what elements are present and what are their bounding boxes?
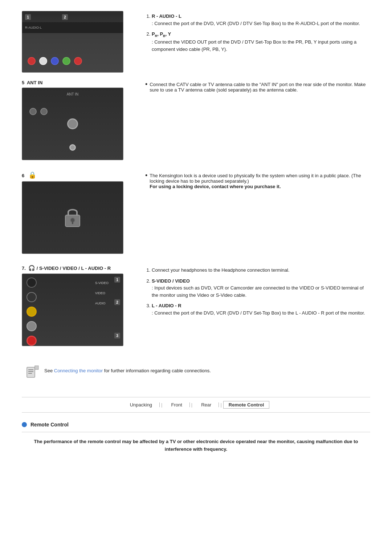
svideo-text: : Input devices such as DVD, VCR or Camc… bbox=[152, 285, 364, 298]
note-section: See Connecting the monitor for further i… bbox=[22, 364, 370, 379]
section-7-number: 7. 🎧 / S-VIDEO / VIDEO / L - AUDIO - R bbox=[22, 265, 134, 271]
kensington-bullet: • The Kensington lock is a device used t… bbox=[145, 173, 370, 189]
svideo-heading: S-VIDEO / VIDEO bbox=[152, 278, 190, 284]
svg-rect-2 bbox=[72, 222, 73, 224]
section-7-right: Connect your headphones to the Headphone… bbox=[145, 265, 370, 320]
section-7-list: Connect your headphones to the Headphone… bbox=[145, 267, 370, 316]
svg-rect-4 bbox=[28, 369, 33, 370]
svideo-connectors-left bbox=[26, 278, 37, 346]
small-connector-1 bbox=[29, 108, 37, 115]
connector-row bbox=[28, 57, 82, 65]
nav-unpacking[interactable]: Unpacking bbox=[123, 402, 160, 407]
headphone-conn bbox=[26, 278, 37, 288]
top-list: R - AUDIO - L : Connect the port of the … bbox=[145, 13, 370, 53]
badge-s7-2: 2 bbox=[114, 299, 120, 305]
section-6-left: 6 🔒 bbox=[22, 171, 134, 254]
nav-sep-1: | bbox=[160, 402, 164, 408]
nav-front[interactable]: Front bbox=[164, 402, 190, 407]
item-r-audio-l: R - AUDIO - L : Connect the port of the … bbox=[152, 13, 370, 27]
svg-rect-8 bbox=[35, 366, 38, 369]
bottom-connector bbox=[69, 144, 76, 151]
section-6-right: • The Kensington lock is a device used t… bbox=[145, 171, 370, 192]
badge-1: 1 bbox=[25, 14, 31, 20]
badge-s7-1: 1 bbox=[114, 277, 120, 283]
bullet-dot-6: • bbox=[145, 172, 147, 179]
white-connector bbox=[39, 57, 47, 65]
svg-rect-3 bbox=[27, 367, 35, 377]
l-audio-r-heading: L - AUDIO - R bbox=[152, 303, 181, 308]
badge-2: 2 bbox=[62, 14, 68, 20]
svg-rect-6 bbox=[28, 373, 32, 374]
l-audio-r-text: : Connect the port of the DVD, VCR (DVD … bbox=[152, 310, 365, 316]
rc-dot bbox=[22, 422, 27, 427]
audio-conn-small bbox=[26, 321, 37, 331]
nav-remote-control[interactable]: Remote Control bbox=[223, 401, 270, 409]
nav-rear[interactable]: Rear bbox=[194, 402, 219, 407]
kensington-bullet-text: The Kensington lock is a device used to … bbox=[150, 173, 361, 184]
item-l-audio-r: L - AUDIO - R : Connect the port of the … bbox=[152, 302, 370, 316]
rc-heading-row: Remote Control bbox=[22, 422, 370, 428]
red-connector2 bbox=[74, 57, 82, 65]
red-connector bbox=[28, 57, 36, 65]
ant-bullet: • Connect the CATV cable or TV antenna c… bbox=[145, 82, 370, 93]
section-7-left: 7. 🎧 / S-VIDEO / VIDEO / L - AUDIO - R bbox=[22, 265, 134, 346]
audio-conn-red bbox=[26, 336, 37, 346]
audio-component-image: 1 2 R-AUDIO-L bbox=[22, 11, 123, 73]
item-svideo-video: S-VIDEO / VIDEO : Input devices such as … bbox=[152, 278, 370, 299]
prpby-heading: PR, PB, Y bbox=[152, 31, 171, 37]
rc-title: Remote Control bbox=[30, 422, 69, 428]
ant-in-image: ANT IN bbox=[22, 88, 123, 160]
badge-s7-3: 3 bbox=[114, 333, 120, 339]
r-audio-l-label: R-AUDIO-L bbox=[25, 26, 42, 29]
item-headphone: Connect your headphones to the Headphone… bbox=[152, 267, 370, 274]
lock-svg bbox=[62, 205, 83, 230]
note-icon bbox=[25, 364, 40, 379]
section-5-number: 5 ANT IN bbox=[22, 80, 134, 85]
r-audio-heading: R - AUDIO - L bbox=[152, 13, 181, 19]
section-top: 1 2 R-AUDIO-L bbox=[22, 11, 370, 73]
svideo-image: S-VIDEO VIDEO AUDIO 1 2 3 bbox=[22, 274, 123, 346]
kensington-icon: 🔒 bbox=[28, 171, 36, 179]
ant-inner: ANT IN bbox=[22, 88, 123, 160]
bullet-dot-5: • bbox=[145, 81, 147, 88]
green-connector bbox=[62, 57, 70, 65]
kensington-image bbox=[22, 181, 123, 254]
section-7-label: / S-VIDEO / VIDEO / L - AUDIO - R bbox=[37, 266, 111, 271]
headphone-icon: 🎧 bbox=[28, 265, 35, 271]
note-text: See Connecting the monitor for further i… bbox=[44, 364, 211, 374]
nav-sep-2: | bbox=[190, 402, 194, 408]
lock-inner bbox=[22, 182, 123, 254]
section-top-right: R - AUDIO - L : Connect the port of the … bbox=[145, 11, 370, 56]
main-content: 1 2 R-AUDIO-L bbox=[22, 11, 370, 453]
connecting-monitor-link[interactable]: Connecting the monitor bbox=[54, 368, 103, 373]
prpby-text: : Connect the VIDEO OUT port of the DVD … bbox=[152, 39, 356, 52]
headphone-text: Connect your headphones to the Headphone… bbox=[152, 267, 289, 273]
ant-label-text: ANT IN bbox=[67, 92, 79, 96]
section-6: 6 🔒 • The Kensington lock is a d bbox=[22, 171, 370, 254]
label-video: VIDEO bbox=[95, 291, 109, 295]
ant-in-label: ANT IN bbox=[27, 80, 42, 85]
section-5-left: 5 ANT IN ANT IN bbox=[22, 80, 134, 160]
label-svideo: S-VIDEO bbox=[95, 281, 109, 285]
kensington-text-block: The Kensington lock is a device used to … bbox=[150, 173, 370, 189]
video-conn-yellow bbox=[26, 307, 37, 317]
section-5: 5 ANT IN ANT IN • Connect the CATV cable… bbox=[22, 80, 370, 160]
rc-divider bbox=[22, 432, 370, 432]
svg-rect-5 bbox=[28, 371, 33, 372]
label-audio: AUDIO bbox=[95, 301, 109, 305]
r-audio-text: : Connect the port of the DVD, VCR (DVD … bbox=[152, 21, 360, 26]
svideo-inner: S-VIDEO VIDEO AUDIO 1 2 3 bbox=[22, 274, 123, 346]
kensington-bold-text: For using a locking device, contact wher… bbox=[150, 184, 281, 189]
section-top-left: 1 2 R-AUDIO-L bbox=[22, 11, 134, 73]
nav-bar: Unpacking | Front | Rear | Remote Contro… bbox=[22, 397, 370, 413]
blue-connector bbox=[51, 57, 59, 65]
svideo-labels: S-VIDEO VIDEO AUDIO bbox=[95, 281, 109, 305]
ant-bullet-text: Connect the CATV cable or TV antenna cab… bbox=[150, 82, 370, 93]
section-7: 7. 🎧 / S-VIDEO / VIDEO / L - AUDIO - R bbox=[22, 265, 370, 346]
ant-connector bbox=[67, 118, 78, 129]
small-connector-2 bbox=[40, 108, 48, 115]
nav-sep-3: | bbox=[219, 402, 223, 408]
note-svg bbox=[25, 364, 40, 379]
rc-warning: The performance of the remote control ma… bbox=[22, 438, 370, 453]
svideo-conn bbox=[26, 292, 37, 302]
